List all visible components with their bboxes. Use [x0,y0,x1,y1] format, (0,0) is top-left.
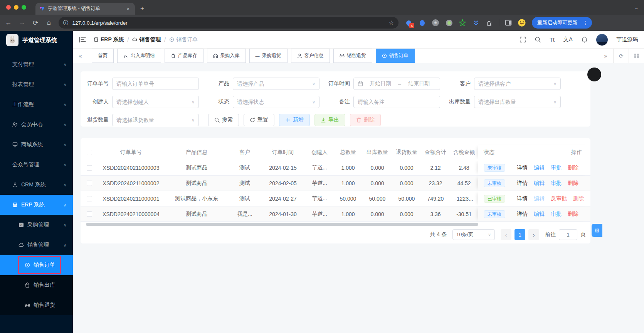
unapprove-link[interactable]: 反审批 [551,195,567,202]
sidebar-item-member[interactable]: 会员中心 ∨ [0,115,73,135]
order-time-range-picker[interactable]: 开始日期 – 结束日期 [353,78,440,90]
profile-emoji-avatar[interactable] [518,19,526,27]
search-button[interactable]: 搜索 [208,114,239,126]
tab-customer-info[interactable]: 客户信息 [291,49,330,63]
edit-link[interactable]: 编辑 [534,211,545,218]
fullscreen-icon[interactable] [520,36,526,43]
tab-search-icon[interactable]: ⌄ [634,5,639,10]
delete-button[interactable]: 删除 [350,114,381,126]
tabs-scroll-left-icon[interactable]: « [73,49,88,63]
edit-link[interactable]: 编辑 [534,180,545,187]
tab-home[interactable]: 首页 [92,49,114,63]
bookmark-star-icon[interactable]: ☆ [389,19,394,26]
product-select[interactable]: ∨ [233,78,319,90]
username[interactable]: 芋道源码 [616,36,638,43]
approve-link[interactable]: 审批 [551,180,562,187]
sidebar-item-sale-return[interactable]: 销售退货 [0,295,73,315]
theme-settings-button[interactable]: ⚙ [592,224,602,237]
browser-menu-kebab-icon[interactable]: ⋮ [581,20,590,26]
approve-link[interactable]: 审批 [551,211,562,218]
goto-page-input[interactable] [559,229,577,240]
tab-product-stock[interactable]: 产品库存 [165,49,203,63]
detail-link[interactable]: 详情 [517,211,528,218]
extension-droplet-icon[interactable]: 6 [404,19,413,27]
sidebar-item-crm[interactable]: CRM 系统 ∨ [0,175,73,195]
sidebar-item-purchase[interactable]: A 采购管理 ∨ [0,215,73,235]
tabs-menu-icon[interactable] [629,49,644,63]
extension-balloon-icon[interactable] [418,19,426,27]
new-tab-button[interactable]: + [140,5,144,12]
forward-button[interactable]: → [18,19,26,27]
tabs-scroll-right-icon[interactable]: » [598,49,613,63]
tab-purchase-return[interactable]: — 采购退货 [249,49,288,63]
tab-sale-return[interactable]: 销售退货 [333,49,372,63]
sidebar-item-mall[interactable]: 商城系统 ∨ [0,135,73,155]
edit-link[interactable]: 编辑 [534,164,545,171]
sidebar-item-mp[interactable]: 公众号管理 ∨ [0,155,73,175]
language-icon[interactable]: 文A [563,36,573,43]
approve-link[interactable]: 审批 [551,164,562,171]
app-logo[interactable]: 芋道管理系统 [0,31,73,49]
row-checkbox[interactable] [81,191,98,206]
page-size-select[interactable]: 10条/页 ∨ [452,229,495,240]
order-no-input[interactable] [112,78,199,90]
delete-link[interactable]: 删除 [568,180,578,187]
delete-link[interactable]: 删除 [568,211,578,218]
start-date-placeholder[interactable]: 开始日期 [366,80,395,87]
site-info-icon[interactable]: ⓘ [63,19,69,26]
extension-gray-icon[interactable]: ❋ [431,19,440,27]
extensions-puzzle-icon[interactable] [485,19,494,27]
row-checkbox[interactable] [81,160,98,175]
back-button[interactable]: ← [5,19,12,27]
reset-button[interactable]: 重置 [244,114,274,126]
creator-select[interactable]: ∨ [112,96,199,108]
collapse-sidebar-icon[interactable] [79,37,86,43]
delete-link[interactable]: 删除 [568,164,578,171]
sidebar-item-sale-outbound[interactable]: 销售出库 [0,275,73,295]
sidebar-item-report[interactable]: 报表管理 ∨ [0,74,73,95]
font-size-icon[interactable]: Tt [550,36,555,43]
return-count-select[interactable]: ∨ [112,114,199,126]
side-panel-icon[interactable] [504,19,513,27]
page-number-1[interactable]: 1 [515,229,525,240]
close-tab-icon[interactable]: × [125,6,131,12]
home-button[interactable]: ⌂ [45,19,53,27]
url-text[interactable]: 127.0.0.1/erp/sale/order [72,20,128,26]
zoom-window-button[interactable] [22,5,26,10]
extension-star-icon[interactable] [458,19,467,27]
out-count-select[interactable]: ∨ [474,96,561,108]
refresh-page-icon[interactable]: ⟳ [613,49,629,63]
detail-link[interactable]: 详情 [517,164,528,171]
sidebar-item-pay[interactable]: 支付管理 ∨ [0,54,73,74]
select-all-checkbox[interactable] [81,145,98,160]
minimize-window-button[interactable] [14,5,18,10]
end-date-placeholder[interactable]: 结束日期 [405,80,433,87]
notification-bell-icon[interactable] [581,36,588,43]
export-button[interactable]: 导出 [314,114,345,126]
delete-link[interactable]: 删除 [573,195,584,202]
breadcrumb-item-erp[interactable]: ERP 系统 [94,36,124,43]
add-button[interactable]: 新增 [279,114,310,126]
detail-link[interactable]: 详情 [517,195,528,202]
extension-chevrons-icon[interactable] [472,19,480,27]
window-controls[interactable] [6,5,26,10]
browser-tab[interactable]: 芋道管理系统 - 销售订单 × [35,3,135,15]
search-icon[interactable] [535,36,541,43]
tab-sale-order[interactable]: 销售订单 [376,49,415,63]
detail-link[interactable]: 详情 [517,180,528,187]
next-page-button[interactable]: › [528,229,539,240]
row-checkbox[interactable] [81,206,98,221]
status-select[interactable]: ∨ [233,96,319,108]
remark-input[interactable] [353,96,440,108]
sidebar-item-sale-order[interactable]: 销售订单 [0,255,73,275]
row-checkbox[interactable] [81,176,98,191]
tab-purchase-in[interactable]: 采购入库 [207,49,246,63]
extension-dot-icon[interactable] [445,19,453,27]
browser-update-button[interactable]: 重新启动即可更新 ⋮ [532,17,592,29]
sidebar-item-sale[interactable]: 销售管理 ∧ [0,235,73,255]
customer-select[interactable]: ∨ [474,78,561,90]
close-window-button[interactable] [6,5,11,10]
sidebar-item-erp[interactable]: ERP 系统 ∧ [0,195,73,215]
prev-page-button[interactable]: ‹ [501,229,511,240]
reload-button[interactable]: ⟳ [32,19,39,27]
